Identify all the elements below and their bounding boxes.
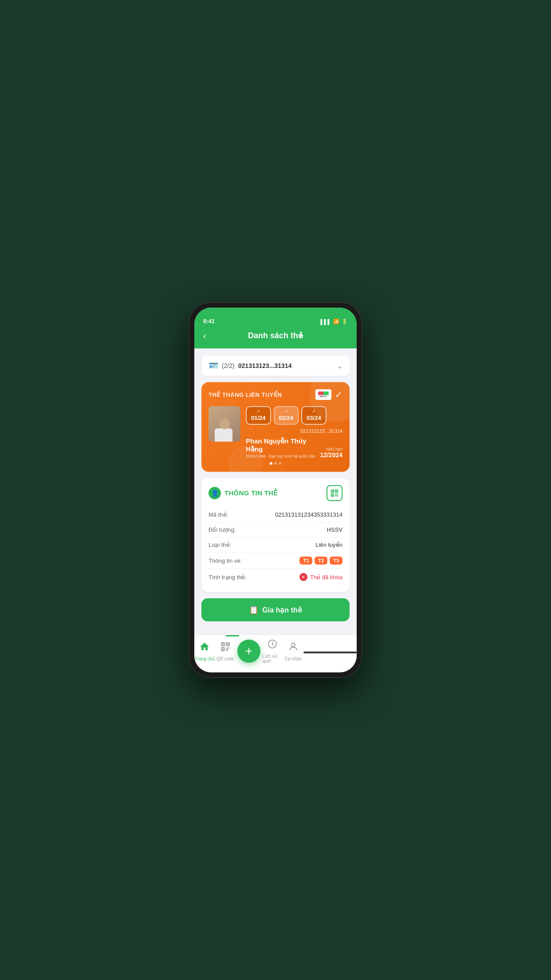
card-right-section: ↗ 01/24 ↗ 02/24 ↗ 03/24: [246, 406, 342, 458]
svg-rect-3: [332, 490, 333, 492]
person-icon: 👤: [209, 487, 221, 499]
svg-rect-4: [336, 490, 337, 492]
chevron-down-icon: ⌄: [337, 362, 342, 370]
ticket-badge-t3: T3: [330, 557, 342, 565]
card-selector-dropdown[interactable]: 🪪 (2/2) 021313123...31314 ⌄: [201, 356, 350, 376]
dot-1: [270, 462, 272, 465]
info-row-ma-the: Mã thẻ: 021313131234353331314: [209, 507, 342, 522]
ticket-badge-t1: T1: [299, 557, 312, 565]
nav-label-profile: Cá nhân: [285, 656, 302, 661]
value-doi-tuong: HSSV: [327, 526, 342, 533]
owner-dob: 30/01/1996: [246, 454, 266, 458]
expiry-block: Niên hạn 12/2024: [320, 447, 342, 458]
fab-add-button[interactable]: +: [237, 640, 260, 663]
month-chip-3: ↗ 03/24: [301, 406, 327, 425]
info-header: 👤 THÔNG TIN THẺ: [209, 485, 342, 501]
svg-rect-15: [227, 644, 228, 645]
label-doi-tuong: Đối tượng:: [209, 526, 236, 533]
card-id-text: 021313123...31314: [300, 428, 342, 434]
dot-2: [274, 462, 277, 465]
home-icon: [199, 641, 210, 655]
value-loai-the: Liên tuyến: [315, 541, 342, 548]
label-thong-tin-ve: Thông tin vé:: [209, 557, 242, 564]
dot-3: [279, 462, 281, 465]
transit-card: THẺ THÁNG LIÊN TUYẾN HCTC ✓: [201, 382, 350, 472]
card-content-grid: ↗ 01/24 ↗ 02/24 ↗ 03/24: [209, 406, 342, 458]
info-row-thong-tin-ve: Thông tin vé: T1 T2 T3: [209, 553, 342, 569]
month-chip-2: ↗ 02/24: [274, 406, 299, 425]
nav-label-history: Lịch sử quét: [262, 654, 283, 664]
history-icon: [267, 639, 278, 652]
card-selector-left: 🪪 (2/2) 021313123...31314: [209, 361, 291, 371]
nav-item-profile[interactable]: Cá nhân: [283, 641, 304, 661]
phone-screen: 9:41 ▌▌▌ 📶 🔋 ‹ Danh sách thẻ 🪪 (2/2) 021…: [194, 308, 357, 672]
status-locked-display: ✕ Thẻ đã khóa: [299, 573, 342, 581]
phone-shell: 9:41 ▌▌▌ 📶 🔋 ‹ Danh sách thẻ 🪪 (2/2) 021…: [189, 302, 362, 678]
svg-rect-16: [222, 648, 224, 650]
locked-icon: ✕: [299, 573, 307, 581]
wifi-icon: 📶: [333, 319, 339, 324]
svg-rect-5: [332, 494, 333, 496]
month-label-3: 03/24: [307, 415, 321, 421]
qr-code-button[interactable]: [327, 485, 342, 501]
nav-active-indicator: [226, 635, 239, 636]
avatar-body: [215, 428, 232, 442]
gia-han-button[interactable]: 📋 Gia hạn thẻ: [201, 598, 350, 621]
svg-rect-18: [228, 648, 229, 648]
card-logo-check: HCTC ✓: [315, 389, 342, 400]
locked-label: Thẻ đã khóa: [310, 574, 342, 581]
ticket-badge-t2: T2: [315, 557, 327, 565]
svg-rect-14: [222, 644, 224, 645]
svg-rect-17: [226, 648, 227, 648]
home-indicator: [303, 652, 357, 653]
nav-label-home: Trang chủ: [195, 656, 215, 661]
card-header-row: THẺ THÁNG LIÊN TUYẾN HCTC ✓: [209, 389, 342, 400]
months-row: ↗ 01/24 ↗ 02/24 ↗ 03/24: [246, 406, 342, 425]
qr-icon: [330, 489, 339, 498]
month-arrow-1: ↗: [251, 409, 266, 414]
gia-han-icon: 📋: [249, 605, 259, 615]
card-count: (2/2): [222, 362, 235, 369]
info-title-row: 👤 THÔNG TIN THẺ: [209, 487, 278, 499]
nav-item-home[interactable]: Trang chủ: [194, 641, 215, 661]
nav-label-qrcode: QR code: [216, 656, 234, 661]
card-id-row: 021313123...31314: [246, 428, 342, 434]
card-number-display: 021313123...31314: [238, 362, 292, 369]
card-type-label: THẺ THÁNG LIÊN TUYẾN: [209, 391, 282, 398]
month-arrow-3: ↗: [307, 409, 321, 414]
status-icons: ▌▌▌ 📶 🔋: [321, 319, 348, 324]
expiry-label: Niên hạn: [320, 447, 342, 451]
month-label-1: 01/24: [251, 415, 266, 421]
svg-rect-19: [226, 649, 228, 651]
svg-rect-8: [337, 494, 338, 495]
info-row-tinh-trang: Tình trạng thẻ: ✕ Thẻ đã khóa: [209, 569, 342, 585]
month-chip-1: ↗ 01/24: [246, 406, 271, 425]
nav-item-qrcode[interactable]: QR code: [215, 641, 236, 661]
card-dots-indicator: [209, 462, 342, 465]
info-section-title: THÔNG TIN THẺ: [224, 489, 278, 497]
qr-nav-icon: [220, 641, 231, 655]
avatar-head: [219, 419, 230, 429]
verified-check-icon: ✓: [335, 389, 342, 400]
svg-point-21: [291, 643, 295, 647]
expiry-date: 12/2024: [320, 451, 342, 458]
hctc-logo: HCTC: [315, 389, 331, 400]
avatar-silhouette: [215, 417, 234, 442]
label-ma-the: Mã thẻ:: [209, 511, 228, 518]
back-button[interactable]: ‹: [203, 331, 206, 341]
month-label-2: 02/24: [279, 415, 294, 421]
card-info-section: 👤 THÔNG TIN THẺ: [201, 478, 350, 592]
ticket-badges-group: T1 T2 T3: [299, 557, 342, 565]
label-loai-the: Loại thẻ:: [209, 541, 231, 548]
status-time: 9:41: [203, 318, 215, 324]
svg-rect-9: [335, 495, 337, 497]
svg-rect-10: [337, 495, 338, 497]
owner-sub: 30/01/1996 · Đại học Kinh tế quốc dân: [246, 454, 320, 458]
value-ma-the: 021313131234353331314: [275, 511, 342, 518]
info-row-doi-tuong: Đối tượng: HSSV: [209, 522, 342, 537]
signal-icon: ▌▌▌: [321, 319, 331, 324]
nav-item-history[interactable]: Lịch sử quét: [262, 639, 283, 664]
gia-han-label: Gia hạn thẻ: [262, 606, 302, 614]
battery-icon: 🔋: [342, 319, 348, 324]
svg-rect-7: [335, 494, 337, 495]
